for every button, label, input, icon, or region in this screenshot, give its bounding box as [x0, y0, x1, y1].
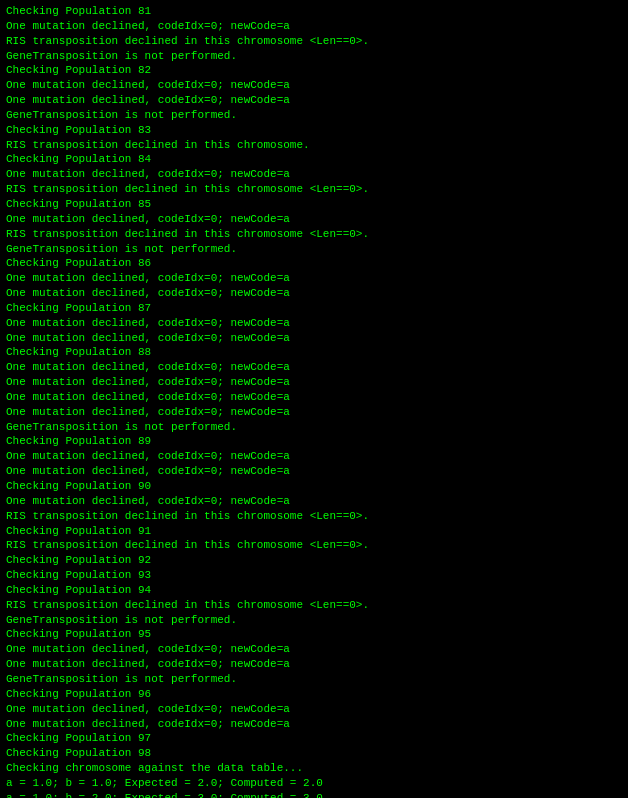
terminal-output: Checking Population 81 One mutation decl… [0, 0, 628, 798]
